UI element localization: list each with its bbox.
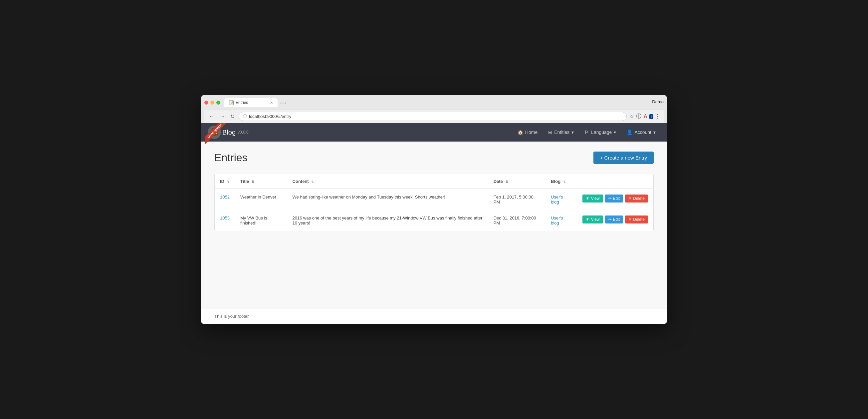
edit-pencil-icon: ✏: [609, 196, 612, 201]
row2-date: Dec 31, 2016, 7:00:00 PM: [488, 210, 546, 231]
menu-icon[interactable]: ⋮: [655, 113, 660, 120]
date-sort-icon: ⇅: [505, 181, 508, 183]
browser-toolbar: ← → ↻ ⓘ localhost:9000/#/entry ☆ ⓘ A i ⋮: [204, 110, 664, 123]
entries-table-container: ID ⇅ Title ⇅ Content ⇅ Date ⇅: [214, 174, 654, 231]
navbar: Development 🧔 Blog v0.0.0 🏠 Home ⊞ Entit…: [201, 123, 667, 142]
user-icon: 👤: [627, 129, 632, 135]
row1-date: Feb 1, 2017, 5:00:00 PM: [488, 189, 546, 210]
new-tab-button[interactable]: ▭: [278, 99, 288, 106]
bookmark-icon[interactable]: ☆: [629, 113, 634, 120]
row1-blog-link[interactable]: User's blog: [551, 194, 563, 205]
create-entry-button[interactable]: + Create a new Entry: [593, 152, 654, 164]
browser-titlebar: 📝 Entries ✕ ▭ Demo: [204, 98, 664, 107]
account-chevron-icon: ▾: [653, 129, 656, 135]
row1-action-buttons: 👁 View ✏ Edit ✕ Delete: [583, 194, 648, 203]
row2-blog-link[interactable]: User's blog: [551, 215, 563, 226]
delete-times-icon-2: ✕: [628, 217, 632, 222]
col-header-id[interactable]: ID ⇅: [215, 174, 235, 189]
row1-view-button[interactable]: 👁 View: [583, 194, 603, 203]
row1-content: We had spring-like weather on Monday and…: [287, 189, 488, 210]
address-bar[interactable]: ⓘ localhost:9000/#/entry: [239, 112, 627, 121]
row2-edit-button[interactable]: ✏ Edit: [605, 215, 623, 223]
row2-content: 2016 was one of the best years of my lif…: [287, 210, 488, 231]
app-content: Development 🧔 Blog v0.0.0 🏠 Home ⊞ Entit…: [201, 123, 667, 324]
address-security-icon: ⓘ: [243, 114, 247, 119]
flag-icon: 🏳: [584, 129, 589, 135]
nav-language[interactable]: 🏳 Language ▾: [580, 127, 621, 138]
toolbar-icons: ☆ ⓘ A i ⋮: [629, 113, 660, 120]
navbar-brand: Development 🧔 Blog v0.0.0: [208, 126, 249, 139]
table-body: 1052 Weather in Denver We had spring-lik…: [215, 189, 653, 231]
nav-entities-label: Entities: [554, 129, 569, 135]
row1-edit-button[interactable]: ✏ Edit: [605, 194, 623, 203]
pocket-icon[interactable]: i: [649, 114, 653, 119]
tab-title: Entries: [236, 100, 248, 105]
id-sort-icon: ⇅: [227, 181, 230, 183]
home-icon: 🏠: [518, 129, 523, 135]
page-header: Entries + Create a new Entry: [214, 152, 654, 164]
row1-delete-button[interactable]: ✕ Delete: [625, 194, 648, 203]
nav-account[interactable]: 👤 Account ▾: [622, 127, 660, 138]
row2-delete-button[interactable]: ✕ Delete: [625, 215, 648, 223]
minimize-traffic-light[interactable]: [210, 100, 214, 104]
table-header-row: ID ⇅ Title ⇅ Content ⇅ Date ⇅: [215, 174, 653, 189]
brand-name: Blog: [222, 128, 236, 136]
col-header-date[interactable]: Date ⇅: [488, 174, 546, 189]
col-header-content[interactable]: Content ⇅: [287, 174, 488, 189]
page-title: Entries: [214, 152, 248, 164]
entries-table: ID ⇅ Title ⇅ Content ⇅ Date ⇅: [215, 174, 653, 231]
blog-sort-icon: ⇅: [563, 181, 566, 183]
row2-id: 1053: [215, 210, 235, 231]
entry-id-link-1052[interactable]: 1052: [220, 194, 230, 200]
extensions-icon[interactable]: A: [643, 114, 647, 120]
col-header-title[interactable]: Title ⇅: [235, 174, 287, 189]
entities-chevron-icon: ▾: [571, 129, 574, 135]
tab-bar: 📝 Entries ✕ ▭: [224, 98, 652, 107]
delete-times-icon: ✕: [628, 196, 632, 201]
traffic-lights: [204, 100, 220, 104]
maximize-traffic-light[interactable]: [216, 100, 220, 104]
page-footer: This is your footer: [201, 308, 667, 324]
row1-title: Weather in Denver: [235, 189, 287, 210]
nav-entities[interactable]: ⊞ Entities ▾: [544, 127, 579, 138]
col-header-blog[interactable]: Blog ⇅: [546, 174, 577, 189]
row1-actions: 👁 View ✏ Edit ✕ Delete: [577, 189, 653, 210]
reload-button[interactable]: ↻: [229, 113, 236, 120]
view-eye-icon: 👁: [586, 196, 590, 201]
view-eye-icon-2: 👁: [586, 217, 590, 222]
page-content: Entries + Create a new Entry ID ⇅ Title …: [201, 142, 667, 308]
back-button[interactable]: ←: [208, 113, 216, 120]
language-chevron-icon: ▾: [614, 129, 616, 135]
tab-favicon: 📝: [229, 100, 234, 105]
row2-action-buttons: 👁 View ✏ Edit ✕ Delete: [583, 215, 648, 223]
close-traffic-light[interactable]: [204, 100, 208, 104]
content-sort-icon: ⇅: [311, 181, 314, 183]
entry-id-link-1053[interactable]: 1053: [220, 215, 230, 220]
table-header: ID ⇅ Title ⇅ Content ⇅ Date ⇅: [215, 174, 653, 189]
nav-language-label: Language: [591, 129, 612, 135]
title-sort-icon: ⇅: [252, 181, 254, 183]
row1-id: 1052: [215, 189, 235, 210]
demo-label: Demo: [652, 99, 664, 106]
row2-actions: 👁 View ✏ Edit ✕ Delete: [577, 210, 653, 231]
forward-button[interactable]: →: [218, 113, 226, 120]
row2-view-button[interactable]: 👁 View: [583, 215, 603, 223]
table-row: 1053 My VW Bus is finished! 2016 was one…: [215, 210, 653, 231]
active-tab[interactable]: 📝 Entries ✕: [224, 98, 278, 107]
navbar-nav: 🏠 Home ⊞ Entities ▾ 🏳 Language ▾ 👤 Accou…: [513, 127, 660, 138]
table-row: 1052 Weather in Denver We had spring-lik…: [215, 189, 653, 210]
edit-pencil-icon-2: ✏: [609, 217, 612, 222]
row2-title: My VW Bus is finished!: [235, 210, 287, 231]
browser-chrome: 📝 Entries ✕ ▭ Demo ← → ↻ ⓘ localhost:900…: [201, 95, 667, 123]
address-text: localhost:9000/#/entry: [249, 114, 291, 119]
footer-text: This is your footer: [214, 314, 249, 319]
brand-version: v0.0.0: [238, 130, 249, 134]
tab-close-button[interactable]: ✕: [270, 100, 273, 105]
row2-blog: User's blog: [546, 210, 577, 231]
row1-blog: User's blog: [546, 189, 577, 210]
nav-home-label: Home: [525, 129, 537, 135]
col-header-actions: [577, 174, 653, 189]
info-icon[interactable]: ⓘ: [636, 113, 641, 120]
entities-icon: ⊞: [548, 129, 552, 135]
nav-home[interactable]: 🏠 Home: [513, 127, 542, 138]
